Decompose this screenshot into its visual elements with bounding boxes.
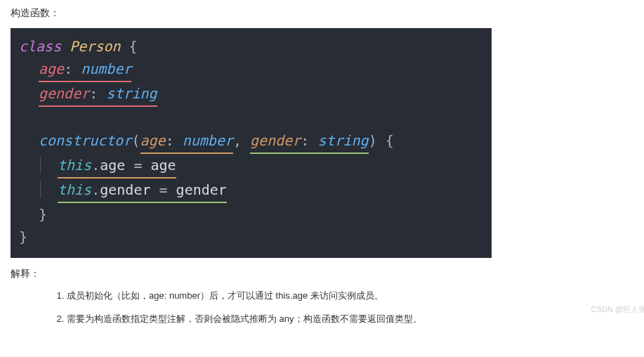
type-string: string — [106, 85, 157, 102]
open-brace: { — [121, 38, 138, 55]
code-line-this-gender: this.gender = gender — [19, 178, 483, 203]
keyword-class: class — [19, 38, 61, 55]
section-heading-explain: 解释： — [11, 268, 633, 280]
code-line-2: age: number — [19, 58, 483, 82]
list-item: 成员初始化（比如，age: number）后，才可以通过 this.age 来访… — [67, 289, 644, 304]
code-line-3: gender: string — [19, 82, 483, 107]
prop-gender: gender — [39, 85, 89, 102]
code-block: class Person { age: number gender: strin… — [11, 28, 492, 258]
type-number: number — [81, 60, 131, 77]
prop-age: age — [39, 60, 64, 77]
code-line-this-age: this.age = age — [19, 154, 483, 178]
code-line-1: class Person { — [19, 35, 483, 58]
this-keyword: this — [58, 157, 91, 174]
class-name: Person — [70, 38, 120, 55]
list-item: 需要为构造函数指定类型注解，否则会被隐式推断为 any；构造函数不需要返回值类型… — [67, 312, 644, 327]
param-age: age — [140, 132, 166, 149]
explain-list: 成员初始化（比如，age: number）后，才可以通过 this.age 来访… — [11, 289, 644, 327]
constructor-keyword: constructor — [39, 132, 131, 149]
section-heading-constructor: 构造函数： — [11, 7, 633, 20]
watermark: CSDN @巨人张 — [591, 304, 644, 315]
param-gender: gender — [250, 132, 301, 149]
code-blank-line — [19, 107, 483, 129]
code-line-constructor: constructor(age: number, gender: string)… — [19, 129, 483, 154]
code-line-close-inner: } — [19, 203, 483, 226]
code-line-close-outer: } — [19, 226, 483, 248]
